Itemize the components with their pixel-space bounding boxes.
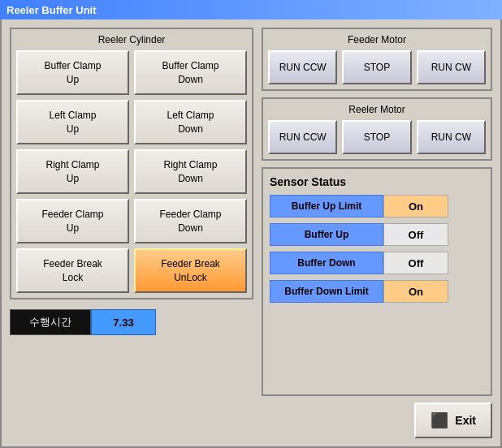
reeler-stop-button[interactable]: STOP [342,120,411,154]
sensor-value-buffer-up-limit: On [383,195,448,218]
sensor-label-buffer-down: Buffer Down [270,252,383,274]
sensor-row-buffer-up: Buffer Up Off [270,223,484,246]
exit-area: ⬛ Exit [262,403,492,438]
reeler-cylinder-section: Reeler Cylinder Buffer ClampUp Buffer Cl… [10,28,253,299]
right-clamp-up-button[interactable]: Right ClampUp [16,149,129,194]
right-clamp-down-button[interactable]: Right ClampDown [134,149,247,194]
left-clamp-down-button[interactable]: Left ClampDown [134,100,247,144]
sensor-status-title: Sensor Status [270,175,484,188]
time-value: 7.33 [91,309,156,335]
reeler-run-ccw-button[interactable]: RUN CCW [268,120,337,154]
sensor-value-buffer-down-limit: On [383,280,448,303]
sensor-label-buffer-up: Buffer Up [270,223,383,246]
feeder-clamp-up-button[interactable]: Feeder ClampUp [16,199,129,243]
left-clamp-up-button[interactable]: Left ClampUp [16,100,129,144]
exit-label: Exit [455,414,476,427]
feeder-run-ccw-button[interactable]: RUN CCW [268,50,337,84]
time-label: 수행시간 [10,309,91,335]
feeder-clamp-down-button[interactable]: Feeder ClampDown [134,199,247,243]
reeler-motor-title: Reeler Motor [268,104,486,115]
sensor-row-buffer-down-limit: Buffer Down Limit On [270,280,484,303]
buffer-clamp-up-button[interactable]: Buffer ClampUp [16,50,129,95]
sensor-value-buffer-up: Off [383,223,448,246]
title-bar: Reeler Buffer Unit [0,0,502,19]
reeler-motor-section: Reeler Motor RUN CCW STOP RUN CW [262,97,492,161]
feeder-run-cw-button[interactable]: RUN CW [417,50,486,84]
feeder-stop-button[interactable]: STOP [342,50,411,84]
exit-button[interactable]: ⬛ Exit [414,403,492,438]
sensor-row-buffer-up-limit: Buffer Up Limit On [270,195,484,218]
buffer-clamp-down-button[interactable]: Buffer ClampDown [134,50,247,95]
sensor-label-buffer-down-limit: Buffer Down Limit [270,280,383,303]
bottom-bar: 수행시간 7.33 [10,309,253,335]
right-panel: Feeder Motor RUN CCW STOP RUN CW Reeler … [262,28,492,438]
reeler-run-cw-button[interactable]: RUN CW [417,120,486,154]
feeder-break-lock-button[interactable]: Feeder BreakLock [16,248,129,293]
sensor-status-section: Sensor Status Buffer Up Limit On Buffer … [262,167,492,396]
reeler-cylinder-title: Reeler Cylinder [16,34,247,45]
cylinder-button-grid: Buffer ClampUp Buffer ClampDown Left Cla… [16,50,247,293]
sensor-label-buffer-up-limit: Buffer Up Limit [270,195,383,218]
sensor-value-buffer-down: Off [383,252,448,274]
reeler-motor-grid: RUN CCW STOP RUN CW [268,120,486,154]
sensor-row-buffer-down: Buffer Down Off [270,252,484,274]
feeder-motor-section: Feeder Motor RUN CCW STOP RUN CW [262,28,492,91]
exit-icon: ⬛ [431,411,448,429]
feeder-break-unlock-button[interactable]: Feeder BreakUnLock [134,248,247,293]
feeder-motor-title: Feeder Motor [268,34,486,45]
left-panel: Reeler Cylinder Buffer ClampUp Buffer Cl… [10,28,253,438]
feeder-motor-grid: RUN CCW STOP RUN CW [268,50,486,84]
window-title: Reeler Buffer Unit [6,4,97,16]
